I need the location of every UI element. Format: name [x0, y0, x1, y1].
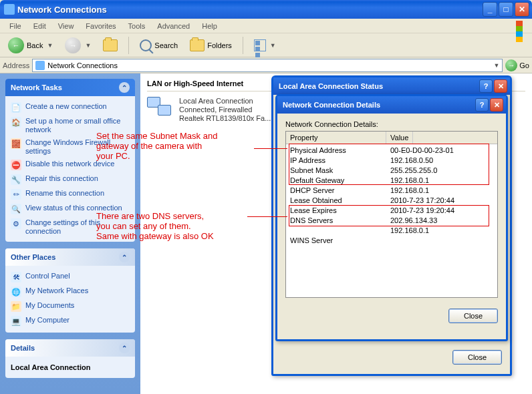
go-button[interactable]: → Go	[505, 59, 529, 71]
back-label: Back	[27, 41, 43, 49]
address-dropdown-icon[interactable]: ▼	[493, 62, 499, 69]
table-row: Default Gateway192.168.0.1	[286, 176, 497, 186]
connection-status: Connected, Firewalled	[179, 106, 271, 114]
place-my-computer[interactable]: 💻My Computer	[11, 314, 130, 329]
menu-help[interactable]: Help	[196, 21, 223, 31]
value-cell: 2010-7-23 17:20:44	[386, 196, 454, 206]
status-help-button[interactable]: ?	[479, 79, 493, 93]
property-cell: DNS Servers	[286, 216, 386, 226]
value-cell: 202.96.134.33	[386, 216, 437, 226]
place-network-places[interactable]: 🌐My Network Places	[11, 284, 130, 299]
annotation-line-2	[247, 216, 287, 217]
details-connection-name: Local Area Connection	[11, 361, 130, 374]
value-cell: 192.168.0.50	[386, 156, 433, 166]
other-places-panel: Other Places ⌃ 🛠Control Panel 🌐My Networ…	[5, 248, 135, 333]
toolbar-divider	[243, 37, 243, 54]
property-cell: WINS Server	[286, 236, 386, 246]
views-dropdown-icon[interactable]: ▼	[270, 42, 276, 49]
details-dialog-title: Network Connection Details	[283, 101, 380, 109]
forward-dropdown-icon[interactable]: ▼	[85, 42, 91, 49]
details-help-button[interactable]: ?	[475, 98, 489, 112]
up-button[interactable]	[99, 37, 122, 53]
property-cell: Lease Expires	[286, 206, 386, 216]
property-cell: DHCP Server	[286, 186, 386, 196]
collapse-icon[interactable]: ⌃	[119, 252, 130, 262]
windows-logo-icon	[511, 19, 528, 33]
other-places-header[interactable]: Other Places ⌃	[5, 248, 135, 266]
details-close-btn[interactable]: Close	[448, 309, 498, 323]
task-repair[interactable]: 🔧Repair this connection	[11, 172, 130, 187]
back-arrow-icon: ←	[8, 37, 24, 53]
table-row: 192.168.0.1	[286, 226, 497, 236]
property-cell: IP Address	[286, 156, 386, 166]
search-label: Search	[154, 41, 178, 49]
address-label: Address	[3, 61, 29, 69]
menu-bar: File Edit View Favorites Tools Advanced …	[0, 19, 532, 33]
network-tasks-header[interactable]: Network Tasks ⌃	[5, 79, 135, 96]
details-close-button[interactable]: ✕	[490, 98, 503, 112]
value-cell: 192.168.0.1	[386, 176, 429, 186]
minimize-button[interactable]: _	[483, 2, 497, 17]
search-button[interactable]: Search	[136, 37, 182, 53]
menu-tools[interactable]: Tools	[123, 21, 151, 31]
details-dialog-titlebar: Network Connection Details ? ✕	[277, 96, 506, 114]
task-create-connection[interactable]: 📄Create a new connection	[11, 100, 130, 115]
value-cell: 255.255.255.0	[386, 166, 437, 176]
property-cell	[286, 226, 386, 236]
details-panel: Details ⌃ Local Area Connection	[5, 339, 135, 378]
folders-icon	[190, 39, 205, 51]
views-button[interactable]: ▼	[250, 37, 280, 53]
col-property[interactable]: Property	[286, 132, 386, 144]
table-row: Lease Expires2010-7-23 19:20:44	[286, 206, 497, 216]
address-input[interactable]: Network Connections ▼	[32, 59, 503, 72]
place-control-panel[interactable]: 🛠Control Panel	[11, 270, 130, 284]
property-cell: Lease Obtained	[286, 196, 386, 206]
details-table: Property Value Physical Address00-E0-D0-…	[285, 131, 498, 298]
status-close-btn[interactable]: Close	[452, 350, 502, 365]
maximize-button[interactable]: □	[499, 2, 513, 17]
up-folder-icon	[103, 39, 118, 51]
menu-edit[interactable]: Edit	[28, 21, 51, 31]
address-bar: Address Network Connections ▼ → Go	[0, 57, 532, 73]
go-arrow-icon: →	[505, 59, 517, 71]
table-row: Physical Address00-E0-D0-00-23-01	[286, 146, 497, 156]
forward-button[interactable]: → ▼	[61, 35, 95, 55]
close-button[interactable]: ✕	[515, 2, 529, 17]
collapse-icon[interactable]: ⌃	[119, 343, 130, 353]
value-cell: 192.168.0.1	[386, 226, 429, 236]
menu-file[interactable]: File	[4, 21, 27, 31]
table-row: WINS Server	[286, 236, 497, 246]
property-cell: Default Gateway	[286, 176, 386, 186]
toolbar-divider	[128, 37, 129, 54]
annotation-subnet: Set the same Subnet Mask and gateway of …	[96, 131, 217, 161]
back-button[interactable]: ← Back ▼	[4, 35, 57, 55]
table-row: IP Address192.168.0.50	[286, 156, 497, 166]
address-icon	[35, 61, 45, 70]
back-dropdown-icon[interactable]: ▼	[47, 42, 53, 49]
annotation-line-1	[254, 148, 287, 149]
address-value: Network Connections	[47, 61, 118, 69]
value-cell	[386, 236, 390, 246]
connection-device: Realtek RTL8139/810x Fa...	[179, 114, 271, 123]
folders-label: Folders	[207, 41, 232, 49]
forward-arrow-icon: →	[65, 37, 81, 53]
menu-advanced[interactable]: Advanced	[152, 21, 195, 31]
col-value[interactable]: Value	[386, 132, 413, 144]
value-cell: 2010-7-23 19:20:44	[386, 206, 454, 216]
details-header[interactable]: Details ⌃	[5, 339, 135, 357]
status-dialog-title: Local Area Connection Status	[279, 82, 383, 90]
place-my-documents[interactable]: 📁My Documents	[11, 299, 130, 314]
table-row: Lease Obtained2010-7-23 17:20:44	[286, 196, 497, 206]
app-icon	[4, 4, 15, 15]
status-close-button[interactable]: ✕	[494, 79, 507, 93]
task-rename[interactable]: ✏Rename this connection	[11, 187, 130, 202]
connection-name: Local Area Connection	[179, 97, 271, 106]
folders-button[interactable]: Folders	[186, 37, 236, 53]
menu-view[interactable]: View	[53, 21, 80, 31]
other-places-title: Other Places	[11, 253, 55, 261]
details-subtitle: Network Connection Details:	[285, 120, 498, 128]
property-cell: Subnet Mask	[286, 166, 386, 176]
menu-favorites[interactable]: Favorites	[80, 21, 121, 31]
collapse-icon[interactable]: ⌃	[119, 82, 130, 93]
window-titlebar: Network Connections _ □ ✕	[0, 0, 532, 19]
